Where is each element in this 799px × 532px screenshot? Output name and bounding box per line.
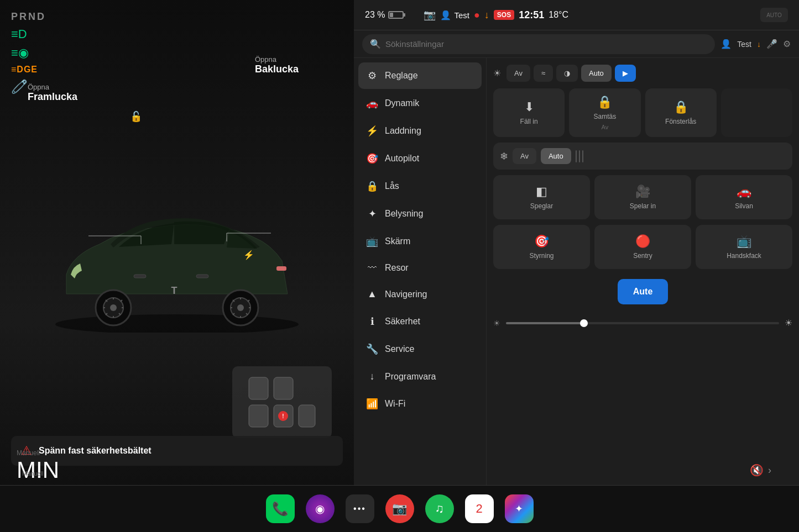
menu-item-reglage[interactable]: ⚙ Reglage	[358, 62, 482, 89]
svg-point-8	[237, 304, 244, 311]
seat-diagram-svg: !	[243, 372, 321, 433]
user-bar-name: Test	[737, 40, 751, 49]
sun-icon: ☀	[493, 68, 501, 78]
light-btn-full[interactable]: ▶	[615, 65, 636, 82]
control-row-3: 🎯 Styrning 🔴 Sentry 📺 Handskfack	[493, 225, 792, 269]
svg-rect-26	[134, 275, 146, 278]
callout-baklucka[interactable]: Öppna Baklucka	[255, 55, 299, 75]
speed-label: Manuell	[17, 449, 59, 457]
search-input[interactable]	[385, 39, 707, 49]
light-btn-dim[interactable]: ◑	[556, 65, 578, 82]
left-panel: PRND ≡D ≡◉ ≡DGE 🧷 Öppna Framlucka 🔓 Öppn…	[0, 0, 354, 532]
wifi-icon: 📶	[366, 398, 378, 410]
siri-icon: ◉	[315, 502, 325, 515]
menu-item-sakerhet-label: Säkerhet	[385, 317, 420, 326]
empty-card-1	[721, 88, 792, 137]
calendar-button[interactable]: 2	[465, 494, 494, 523]
menu-item-sakerhet[interactable]: ℹ Säkerhet	[358, 308, 482, 335]
callout-baklucka-value: Baklucka	[255, 64, 299, 75]
search-container[interactable]: 🔍	[362, 34, 715, 54]
light-controls: ☀ Av ≈ ◑ Auto ▶	[493, 65, 792, 82]
brightness-thumb	[580, 319, 588, 327]
svg-rect-27	[196, 275, 208, 278]
user-bar-download-icon: ↓	[757, 40, 761, 49]
sentry-card[interactable]: 🔴 Sentry	[594, 225, 691, 269]
apps-icon: ✦	[515, 503, 523, 515]
light-btn-av[interactable]: Av	[506, 65, 530, 82]
spelar-in-label: Spelar in	[630, 202, 656, 210]
dots-icon: •••	[353, 504, 366, 514]
menu-item-programvara[interactable]: ↓ Programvara	[358, 364, 482, 389]
sos-badge: SOS	[494, 10, 514, 20]
callout-framlucka[interactable]: Öppna Framlucka	[28, 83, 77, 103]
spotify-button[interactable]: ♫	[425, 494, 454, 523]
menu-item-navigering[interactable]: ▲ Navigering	[358, 281, 482, 307]
styrning-card[interactable]: 🎯 Styrning	[493, 225, 590, 269]
programvara-icon: ↓	[366, 371, 378, 382]
fonsterlас-card[interactable]: 🔒 Fönsterlås	[645, 88, 717, 137]
full-beam-icon: ▶	[623, 69, 628, 77]
prnd-display: PRND	[11, 11, 46, 23]
climate-auto-btn[interactable]: Auto	[541, 148, 571, 164]
menu-item-las-label: Lås	[385, 181, 399, 191]
navigering-icon: ▲	[366, 288, 378, 300]
samtas-card[interactable]: 🔒 Samtäs Av	[569, 88, 640, 137]
styrning-icon: 🎯	[534, 234, 549, 249]
search-row: 🔍 👤 Test ↓ 🎤 ⚙	[354, 30, 799, 58]
menu-item-autopilot[interactable]: 🎯 Autopilot	[358, 145, 482, 172]
control-row-1: ⬇ Fäll in 🔒 Samtäs Av 🔒 Fönsterlås	[493, 88, 792, 137]
menu-item-laddning[interactable]: ⚡ Laddning	[358, 118, 482, 144]
menu-item-wifi[interactable]: 📶 Wi-Fi	[358, 391, 482, 417]
camera-button[interactable]: 📷	[385, 494, 414, 523]
record-indicator: ●	[474, 9, 480, 21]
samtas-label: Samtäs	[594, 113, 617, 120]
menu-item-skarm[interactable]: 📺 Skärm	[358, 228, 482, 255]
seat-diagram: !	[232, 366, 332, 438]
menu-item-service[interactable]: 🔧 Service	[358, 336, 482, 362]
phone-button[interactable]: 📞	[266, 494, 295, 523]
user-display: 👤 Test	[440, 10, 469, 20]
brightness-bright-icon: ☀	[785, 318, 792, 328]
phone-icon: 📞	[272, 501, 289, 517]
speglar-label: Speglar	[530, 202, 553, 210]
menu-item-las[interactable]: 🔒 Lås	[358, 173, 482, 199]
menu-item-service-label: Service	[385, 344, 414, 354]
svg-text:⚡: ⚡	[243, 250, 254, 260]
fall-in-card[interactable]: ⬇ Fäll in	[493, 88, 565, 137]
menu-item-belysning[interactable]: ✦ Belysning	[358, 201, 482, 227]
menu-item-dynamik-label: Dynamik	[385, 98, 419, 108]
spelar-in-card[interactable]: 🎥 Spelar in	[594, 175, 691, 219]
laddning-icon: ⚡	[366, 125, 378, 137]
menu-item-resor[interactable]: 〰 Resor	[358, 256, 482, 280]
menu-item-resor-label: Resor	[385, 263, 409, 273]
taskbar: Manuell 🔇 › 📞 ◉ ••• 📷 ♫ 2 ✦	[0, 485, 799, 532]
las-icon: 🔒	[366, 180, 378, 192]
handskfack-card[interactable]: 📺 Handskfack	[696, 225, 792, 269]
volume-icon[interactable]: 🔇	[750, 463, 764, 477]
callout-framlucka-label: Öppna	[28, 83, 77, 91]
menu-item-belysning-label: Belysning	[385, 209, 423, 219]
menu-item-dynamik[interactable]: 🚗 Dynamik	[358, 90, 482, 117]
apps-button[interactable]: ✦	[505, 494, 534, 523]
svg-rect-33	[274, 377, 293, 399]
fall-in-icon: ⬇	[524, 100, 534, 114]
sentry-icon: 🔴	[635, 234, 650, 249]
silvan-icon: 🚗	[737, 185, 751, 199]
light-btn-xe[interactable]: ≈	[534, 65, 553, 82]
climate-av-btn[interactable]: Av	[513, 148, 536, 164]
silvan-card[interactable]: 🚗 Silvan	[696, 175, 792, 219]
status-bar: 23 % 📷 👤 Test ● ↓ SOS 12:51 18°C AUTO	[354, 0, 799, 30]
speed-label-bottom: Manuell	[22, 470, 44, 477]
framlucka-lock-icon: 🔓	[130, 110, 142, 123]
light-btn-auto[interactable]: Auto	[581, 65, 612, 82]
speglar-card[interactable]: ◧ Speglar	[493, 175, 590, 219]
dots-button[interactable]: •••	[346, 494, 374, 523]
autopilot-status: AUTO	[760, 8, 788, 22]
settings-icon: ⚙	[783, 39, 791, 49]
auto-button-row: Aute	[493, 275, 792, 309]
brightness-slider[interactable]	[506, 322, 779, 324]
battery-percent: 23 %	[365, 10, 385, 20]
auto-button[interactable]: Aute	[618, 279, 669, 304]
siri-button[interactable]: ◉	[306, 494, 335, 523]
menu-item-autopilot-label: Autopilot	[385, 154, 419, 164]
